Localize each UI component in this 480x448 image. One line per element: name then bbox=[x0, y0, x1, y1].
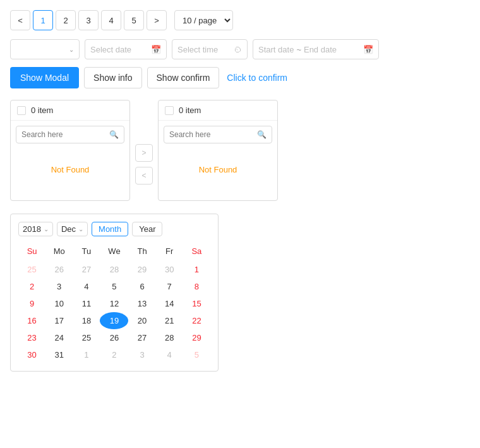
calendar-day-cell[interactable]: 3 bbox=[45, 278, 73, 295]
year-select[interactable]: 2018 ⌄ bbox=[18, 222, 53, 236]
click-to-confirm-button[interactable]: Click to confirm bbox=[224, 73, 290, 83]
dropdown-arrow-icon: ⌄ bbox=[69, 46, 74, 53]
calendar-day-header-tu: Tu bbox=[73, 244, 100, 261]
calendar-day-cell[interactable]: 2 bbox=[100, 346, 128, 363]
calendar-day-cell[interactable]: 4 bbox=[73, 278, 100, 295]
buttons-row: Show Modal Show info Show confirm Click … bbox=[10, 67, 470, 88]
calendar-day-cell[interactable]: 4 bbox=[156, 346, 183, 363]
calendar-week-row: 2526272829301 bbox=[18, 261, 210, 278]
calendar-day-cell[interactable]: 3 bbox=[128, 346, 155, 363]
calendar-day-cell[interactable]: 10 bbox=[45, 295, 73, 312]
calendar-day-cell[interactable]: 19 bbox=[100, 312, 128, 329]
calendar-day-cell[interactable]: 2 bbox=[18, 278, 45, 295]
transfer-right-checkbox[interactable] bbox=[165, 106, 174, 115]
range-calendar-icon: 📅 bbox=[363, 45, 373, 54]
calendar-grid: SuMoTuWeThFrSa 2526272829301234567891011… bbox=[18, 244, 210, 363]
page-1-button[interactable]: 1 bbox=[33, 10, 53, 30]
calendar-day-cell[interactable]: 1 bbox=[73, 346, 100, 363]
calendar-day-cell[interactable]: 5 bbox=[100, 278, 128, 295]
calendar-day-cell[interactable]: 27 bbox=[128, 329, 155, 346]
calendar-day-cell[interactable]: 9 bbox=[18, 295, 45, 312]
date-picker[interactable]: Select date 📅 bbox=[85, 39, 167, 59]
calendar-day-cell[interactable]: 28 bbox=[100, 261, 128, 278]
transfer-right-header: 0 item bbox=[159, 106, 277, 121]
calendar-day-cell[interactable]: 25 bbox=[73, 329, 100, 346]
dropdown-select[interactable]: ⌄ bbox=[10, 39, 80, 59]
calendar: 2018 ⌄ Dec ⌄ Month Year SuMoTuWeThFrSa 2… bbox=[10, 214, 219, 372]
year-view-button[interactable]: Year bbox=[132, 222, 162, 236]
show-info-button[interactable]: Show info bbox=[84, 67, 141, 88]
show-confirm-button[interactable]: Show confirm bbox=[147, 67, 220, 88]
page-size-select[interactable]: 10 / page 20 / page 50 / page bbox=[174, 10, 233, 30]
calendar-icon: 📅 bbox=[151, 45, 161, 54]
page-5-button[interactable]: 5 bbox=[124, 10, 144, 30]
calendar-day-cell[interactable]: 29 bbox=[128, 261, 155, 278]
transfer-left-panel: 0 item 🔍 Not Found bbox=[10, 100, 130, 201]
prev-page-button[interactable]: < bbox=[10, 10, 30, 30]
calendar-day-cell[interactable]: 14 bbox=[156, 295, 183, 312]
calendar-day-cell[interactable]: 8 bbox=[183, 278, 210, 295]
calendar-header-row: SuMoTuWeThFrSa bbox=[18, 244, 210, 261]
transfer-left-arrow-button[interactable]: < bbox=[135, 167, 153, 185]
calendar-day-cell[interactable]: 24 bbox=[45, 329, 73, 346]
transfer-right-count: 0 item bbox=[179, 106, 201, 115]
calendar-day-cell[interactable]: 28 bbox=[156, 329, 183, 346]
calendar-day-cell[interactable]: 26 bbox=[100, 329, 128, 346]
month-view-button[interactable]: Month bbox=[92, 222, 128, 236]
calendar-day-cell[interactable]: 1 bbox=[183, 261, 210, 278]
calendar-day-cell[interactable]: 29 bbox=[183, 329, 210, 346]
month-value: Dec bbox=[61, 224, 76, 234]
calendar-day-cell[interactable]: 15 bbox=[183, 295, 210, 312]
calendar-day-cell[interactable]: 27 bbox=[73, 261, 100, 278]
calendar-day-cell[interactable]: 11 bbox=[73, 295, 100, 312]
calendar-day-cell[interactable]: 17 bbox=[45, 312, 73, 329]
next-page-button[interactable]: > bbox=[147, 10, 167, 30]
page-2-button[interactable]: 2 bbox=[56, 10, 76, 30]
calendar-day-cell[interactable]: 25 bbox=[18, 261, 45, 278]
transfer-container: 0 item 🔍 Not Found > < 0 item 🔍 Not Foun… bbox=[10, 100, 470, 201]
calendar-day-cell[interactable]: 30 bbox=[156, 261, 183, 278]
calendar-day-cell[interactable]: 16 bbox=[18, 312, 45, 329]
calendar-day-cell[interactable]: 18 bbox=[73, 312, 100, 329]
month-dropdown-icon: ⌄ bbox=[78, 226, 83, 233]
controls-row: ⌄ Select date 📅 Select time ⏲ Start date… bbox=[10, 39, 470, 59]
month-select[interactable]: Dec ⌄ bbox=[57, 222, 88, 236]
calendar-week-row: 23242526272829 bbox=[18, 329, 210, 346]
calendar-day-cell[interactable]: 12 bbox=[100, 295, 128, 312]
calendar-day-cell[interactable]: 21 bbox=[156, 312, 183, 329]
transfer-left-count: 0 item bbox=[31, 106, 53, 115]
calendar-day-cell[interactable]: 22 bbox=[183, 312, 210, 329]
time-picker[interactable]: Select time ⏲ bbox=[172, 39, 248, 59]
page-4-button[interactable]: 4 bbox=[101, 10, 121, 30]
transfer-left-search-input[interactable] bbox=[21, 130, 107, 139]
transfer-arrows: > < bbox=[130, 144, 158, 185]
calendar-day-cell[interactable]: 30 bbox=[18, 346, 45, 363]
calendar-day-header-su: Su bbox=[18, 244, 45, 261]
calendar-day-cell[interactable]: 23 bbox=[18, 329, 45, 346]
calendar-day-cell[interactable]: 31 bbox=[45, 346, 73, 363]
calendar-day-cell[interactable]: 26 bbox=[45, 261, 73, 278]
range-tilde: ~ bbox=[296, 45, 301, 54]
show-modal-button[interactable]: Show Modal bbox=[10, 67, 79, 88]
search-icon-right: 🔍 bbox=[257, 130, 267, 139]
transfer-right-arrow-button[interactable]: > bbox=[135, 144, 153, 162]
transfer-right-search-input[interactable] bbox=[169, 130, 255, 139]
end-date-label: End date bbox=[304, 45, 337, 54]
year-value: 2018 bbox=[23, 224, 41, 234]
transfer-left-search[interactable]: 🔍 bbox=[16, 126, 124, 143]
calendar-day-cell[interactable]: 13 bbox=[128, 295, 155, 312]
date-range-picker[interactable]: Start date ~ End date 📅 bbox=[253, 39, 379, 59]
transfer-left-checkbox[interactable] bbox=[17, 106, 26, 115]
calendar-week-row: 9101112131415 bbox=[18, 295, 210, 312]
page-3-button[interactable]: 3 bbox=[78, 10, 99, 30]
transfer-right-search[interactable]: 🔍 bbox=[164, 126, 272, 143]
calendar-day-header-sa: Sa bbox=[183, 244, 210, 261]
transfer-left-header: 0 item bbox=[11, 106, 129, 121]
calendar-day-cell[interactable]: 6 bbox=[128, 278, 155, 295]
calendar-day-header-fr: Fr bbox=[156, 244, 183, 261]
select-date-label: Select date bbox=[90, 45, 131, 54]
calendar-day-cell[interactable]: 7 bbox=[156, 278, 183, 295]
start-date-label: Start date bbox=[258, 45, 294, 54]
calendar-day-cell[interactable]: 20 bbox=[128, 312, 155, 329]
calendar-day-cell[interactable]: 5 bbox=[183, 346, 210, 363]
